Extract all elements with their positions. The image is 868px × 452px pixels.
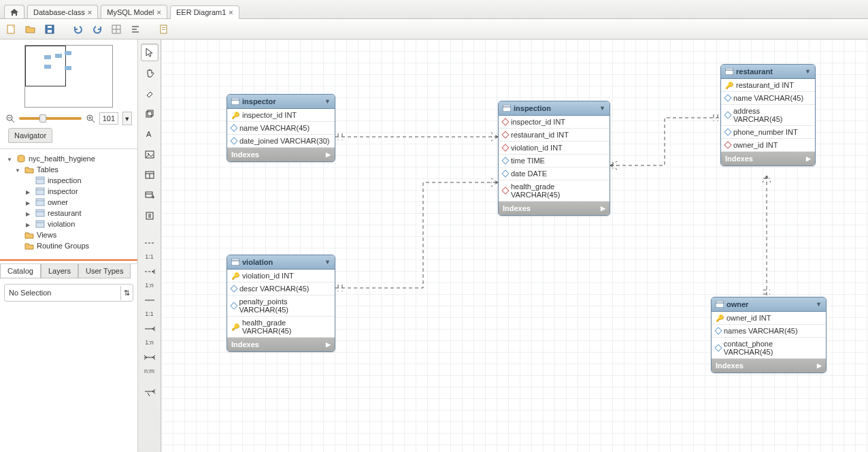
tool-rel-n-m[interactable] (141, 349, 158, 366)
column-row[interactable]: 🔑restaurant_id INT (721, 79, 815, 92)
column-row[interactable]: date DATE (499, 167, 610, 180)
zoom-dropdown[interactable]: ▾ (122, 112, 132, 125)
entity-owner[interactable]: owner▼ 🔑owner_id INT names VARCHAR(45) c… (711, 297, 827, 373)
tab-home[interactable] (4, 5, 24, 18)
tab-mysql-model[interactable]: MySQL Model× (101, 5, 167, 18)
diagram-canvas[interactable]: inspector▼ 🔑inspector_id INT name VARCHA… (161, 39, 868, 452)
zoom-in-icon[interactable] (86, 114, 95, 123)
entity-violation[interactable]: violation▼ 🔑violation_id INT descr VARCH… (227, 255, 335, 352)
save-button[interactable] (42, 22, 57, 37)
column-row[interactable]: violation_id INT (499, 142, 610, 155)
column-row[interactable]: time TIME (499, 155, 610, 167)
align-button[interactable] (128, 22, 143, 37)
validate-button[interactable] (156, 22, 171, 37)
indexes-section[interactable]: Indexes▶ (499, 201, 610, 215)
entity-inspector[interactable]: inspector▼ 🔑inspector_id INT name VARCHA… (227, 94, 335, 162)
column-row[interactable]: name VARCHAR(45) (227, 122, 335, 135)
column-row[interactable]: date_joined VARCHAR(30) (227, 135, 335, 148)
indexes-section[interactable]: Indexes▶ (227, 338, 335, 351)
column-row[interactable]: 🔑health_grade VARCHAR(45) (227, 317, 335, 338)
chevron-down-icon[interactable]: ▼ (816, 301, 822, 308)
tool-hand[interactable] (141, 64, 158, 82)
tool-table[interactable] (141, 166, 158, 184)
tree-table-violation[interactable]: violation (3, 219, 135, 229)
column-row[interactable]: address VARCHAR(45) (721, 105, 815, 126)
tool-rel-1-n-ident[interactable] (141, 320, 158, 338)
column-row[interactable]: inspector_id INT (499, 116, 610, 129)
column-row[interactable]: owner_id INT (721, 139, 815, 152)
entity-restaurant[interactable]: restaurant▼ 🔑restaurant_id INT name VARC… (720, 64, 816, 166)
selection-dropdown[interactable]: No Selection ⇅ (4, 284, 133, 302)
tree-db[interactable]: nyc_health_hygiene (3, 153, 135, 164)
close-icon[interactable]: × (88, 8, 92, 16)
fk-icon (501, 144, 509, 151)
grid-toggle-button[interactable] (109, 22, 124, 37)
tool-image[interactable] (141, 146, 158, 163)
entity-header[interactable]: restaurant▼ (721, 65, 815, 79)
undo-button[interactable] (71, 22, 86, 37)
tool-text[interactable]: A (141, 125, 158, 143)
tool-layer[interactable] (141, 105, 158, 123)
tool-routine[interactable] (141, 207, 158, 225)
indexes-section[interactable]: Indexes▶ (712, 359, 826, 372)
tree-table-owner[interactable]: owner (3, 197, 135, 208)
navigator-tab[interactable]: Navigator (8, 128, 52, 143)
tool-eraser[interactable] (141, 84, 158, 102)
tree-tables-folder[interactable]: Tables (3, 164, 135, 175)
entity-inspection[interactable]: inspection▼ inspector_id INT restaurant_… (498, 101, 610, 216)
tree-routines-folder[interactable]: Routine Groups (3, 240, 135, 251)
chevron-down-icon[interactable]: ▼ (324, 98, 331, 105)
zoom-slider[interactable] (19, 117, 82, 120)
zoom-slider-handle[interactable] (39, 114, 46, 123)
open-file-button[interactable] (23, 22, 38, 37)
column-row[interactable]: 🔑violation_id INT (227, 270, 335, 282)
chevron-down-icon[interactable]: ▼ (324, 259, 331, 265)
tool-rel-1-1-nonident[interactable] (141, 234, 158, 252)
column-row[interactable]: names VARCHAR(45) (712, 325, 826, 338)
chevron-right-icon: ▶ (806, 155, 811, 162)
column-row[interactable]: phone_number INT (721, 126, 815, 139)
column-row[interactable]: penalty_points VARCHAR(45) (227, 295, 335, 317)
chevron-down-icon[interactable]: ▼ (599, 105, 605, 112)
tool-rel-existing[interactable] (141, 384, 158, 402)
zoom-value[interactable]: 101 (99, 112, 118, 125)
minimap[interactable] (24, 45, 113, 108)
column-row[interactable]: descr VARCHAR(45) (227, 282, 335, 295)
entity-header[interactable]: inspection▼ (499, 101, 610, 116)
tree-table-inspector[interactable]: inspector (3, 186, 135, 197)
tool-pointer[interactable] (141, 44, 158, 61)
column-row[interactable]: restaurant_id INT (499, 129, 610, 142)
entity-header[interactable]: inspector▼ (227, 95, 335, 109)
redo-button[interactable] (90, 22, 105, 37)
column-icon (724, 128, 731, 135)
column-row[interactable]: contact_phone VARCHAR(45) (712, 338, 826, 359)
tool-rel-1-1-ident[interactable] (141, 291, 158, 309)
chevron-right-icon: ▶ (817, 362, 822, 369)
column-label: contact_phone VARCHAR(45) (724, 340, 822, 356)
tab-database-class[interactable]: Database-class× (27, 5, 98, 18)
tree-views-folder[interactable]: Views (3, 229, 135, 240)
entity-header[interactable]: owner▼ (712, 297, 826, 312)
tool-view[interactable]: + (141, 187, 158, 204)
tab-eer-diagram[interactable]: EER Diagram1× (170, 5, 239, 19)
tab-usertypes[interactable]: User Types (78, 264, 131, 278)
column-row[interactable]: health_grade VARCHAR(45) (499, 180, 610, 201)
close-icon[interactable]: × (229, 8, 233, 16)
entity-header[interactable]: violation▼ (227, 255, 335, 270)
column-row[interactable]: 🔑inspector_id INT (227, 109, 335, 122)
tool-rel-1-n-nonident[interactable] (141, 263, 158, 280)
chevron-right-icon: ▶ (326, 341, 331, 348)
column-row[interactable]: 🔑owner_id INT (712, 312, 826, 325)
close-icon[interactable]: × (157, 8, 161, 16)
column-icon (230, 302, 237, 310)
indexes-section[interactable]: Indexes▶ (721, 152, 815, 165)
tab-catalog[interactable]: Catalog (0, 264, 41, 278)
tree-table-restaurant[interactable]: restaurant (3, 208, 135, 219)
tab-layers[interactable]: Layers (41, 264, 78, 278)
chevron-down-icon[interactable]: ▼ (805, 68, 811, 75)
indexes-section[interactable]: Indexes▶ (227, 148, 335, 161)
zoom-out-icon[interactable] (5, 114, 15, 123)
new-file-button[interactable] (4, 22, 19, 37)
column-row[interactable]: name VARCHAR(45) (721, 92, 815, 105)
tree-table-inspection[interactable]: inspection (3, 175, 135, 186)
